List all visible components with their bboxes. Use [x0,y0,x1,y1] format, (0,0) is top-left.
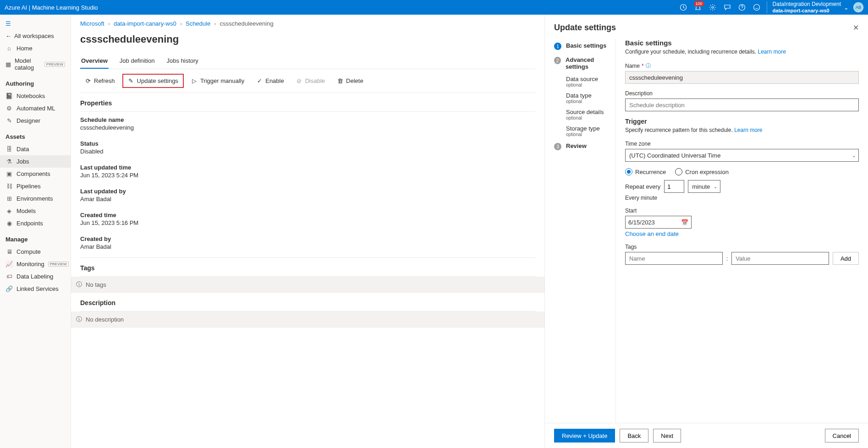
models-icon: ◈ [5,208,13,214]
sidebar-item-label: Environments [16,195,53,202]
designer-icon: ✎ [5,117,13,124]
svg-point-3 [753,5,759,11]
cron-radio[interactable]: Cron expression [675,168,729,175]
tag-name-input[interactable] [625,252,723,265]
chevron-left-icon: ← [5,33,11,39]
start-date-input[interactable]: 6/15/2023📅 [625,216,692,229]
sidebar-item-automated-ml[interactable]: ⚙Automated ML [0,102,71,115]
name-input[interactable] [625,71,859,84]
tool-label: Disable [305,77,325,84]
timezone-select[interactable]: (UTC) Coordinated Universal Time⌄ [625,149,859,162]
review-update-button[interactable]: Review + Update [554,429,615,443]
tag-value-input[interactable] [731,252,829,265]
settings-icon[interactable] [705,0,720,15]
notifications-icon[interactable]: 100 [691,0,705,15]
sidebar-item-label: Data [16,146,29,153]
repeat-unit-value: minute [692,183,710,190]
repeat-unit-select[interactable]: minute⌄ [688,180,720,193]
prop-value: Amar Badal [80,196,535,202]
no-desc-text: No description [86,316,124,323]
cancel-button[interactable]: Cancel [825,429,859,443]
substep-source-details[interactable]: Source detailsoptional [566,106,615,123]
no-description-placeholder: ⓘNo description [71,311,544,328]
play-icon: ▷ [191,78,198,84]
substep-data-type[interactable]: Data typeoptional [566,90,615,106]
env-icon: ⊞ [5,195,13,202]
substep-storage-type[interactable]: Storage typeoptional [566,123,615,139]
next-button[interactable]: Next [653,429,681,443]
sidebar-item-model-catalog[interactable]: ▦Model catalogPreview [0,55,71,74]
info-icon[interactable]: ⓘ [646,62,651,69]
help-icon[interactable] [735,0,749,15]
toolbar: ⟳Refresh ✎Update settings ▷Trigger manua… [80,69,535,93]
step-review[interactable]: 3Review [554,139,615,153]
substep-data-source[interactable]: Data sourceoptional [566,73,615,90]
close-icon[interactable]: ✕ [853,23,859,32]
sidebar-item-label: Automated ML [16,105,55,112]
update-settings-panel: Update settings ✕ 1Basic settings 2Advan… [545,15,868,448]
sidebar-item-linked-services[interactable]: 🔗Linked Services [0,283,71,295]
sidebar-item-data[interactable]: 🗄Data [0,143,71,155]
data-icon: 🗄 [5,146,13,153]
sidebar-item-compute[interactable]: 🖥Compute [0,246,71,258]
clock-icon[interactable] [676,0,691,15]
directory-switcher[interactable]: DataIntegration Devlopment data-import-c… [767,1,849,13]
home-icon: ⌂ [5,45,13,52]
sidebar-item-label: Models [16,208,36,214]
sidebar-item-endpoints[interactable]: ◉Endpoints [0,217,71,229]
back-button[interactable]: Back [620,429,648,443]
step-basic-settings[interactable]: 1Basic settings [554,39,615,53]
update-settings-button[interactable]: ✎Update settings [122,74,184,88]
info-icon: ⓘ [76,315,82,323]
prop-value: Amar Badal [80,243,535,250]
step-advanced-settings[interactable]: 2Advanced settings [554,53,615,73]
tab-job-definition[interactable]: Job definition [119,54,156,69]
timezone-value: (UTC) Coordinated Universal Time [629,152,720,159]
breadcrumb-link[interactable]: data-import-canary-ws0 [114,20,176,27]
breadcrumb-link[interactable]: Microsoft [80,20,104,27]
breadcrumb-link[interactable]: Schedule [186,20,210,27]
breadcrumb-current: cssscheduleevening [220,20,274,27]
repeat-every-label: Repeat every [625,183,660,190]
recurrence-radio[interactable]: Recurrence [625,168,666,175]
refresh-button[interactable]: ⟳Refresh [80,74,120,88]
tab-jobs-history[interactable]: Jobs history [165,54,199,69]
sidebar-item-home[interactable]: ⌂Home [0,42,71,55]
delete-button[interactable]: 🗑Delete [332,74,368,88]
sidebar-item-components[interactable]: ▣Components [0,168,71,180]
trigger-manually-button[interactable]: ▷Trigger manually [187,74,249,88]
tags-heading: Tags [80,258,535,277]
sidebar-item-designer[interactable]: ✎Designer [0,115,71,127]
sidebar-item-jobs[interactable]: ⚗Jobs [0,155,71,168]
sidebar-item-pipelines[interactable]: ⛓Pipelines [0,180,71,192]
basic-settings-form: Basic settings Configure your schedule, … [616,39,868,423]
svg-point-1 [712,6,714,8]
choose-end-date-link[interactable]: Choose an end date [625,230,679,237]
sidebar-item-data-labeling[interactable]: 🏷Data Labeling [0,270,71,283]
prop-label: Status [80,140,535,147]
sidebar: ☰ ← All workspaces ⌂Home ▦Model catalogP… [0,15,71,448]
wizard-steps: 1Basic settings 2Advanced settings Data … [545,39,616,423]
components-icon: ▣ [5,170,13,177]
section-assets: Assets [0,127,71,143]
hamburger-icon[interactable]: ☰ [0,17,71,30]
prop-value: Disabled [80,148,535,155]
sidebar-item-monitoring[interactable]: 📈MonitoringPreview [0,258,71,270]
avatar[interactable]: AB [853,2,863,12]
enable-button[interactable]: ✓Enable [252,74,288,88]
tag-colon: : [726,255,728,262]
tab-overview[interactable]: Overview [80,54,109,69]
sidebar-item-models[interactable]: ◈Models [0,205,71,217]
sidebar-item-label: Monitoring [16,261,44,268]
no-tags-placeholder: ⓘNo tags [71,277,544,293]
smile-icon[interactable] [749,0,764,15]
learn-more-link[interactable]: Learn more [758,49,786,55]
add-tag-button[interactable]: Add [833,252,859,265]
all-workspaces-link[interactable]: ← All workspaces [0,30,71,42]
feedback-icon[interactable] [720,0,735,15]
repeat-value-input[interactable] [664,180,684,193]
sidebar-item-environments[interactable]: ⊞Environments [0,192,71,205]
sidebar-item-notebooks[interactable]: 📓Notebooks [0,90,71,102]
learn-more-link[interactable]: Learn more [734,127,762,133]
description-input[interactable] [625,98,859,111]
